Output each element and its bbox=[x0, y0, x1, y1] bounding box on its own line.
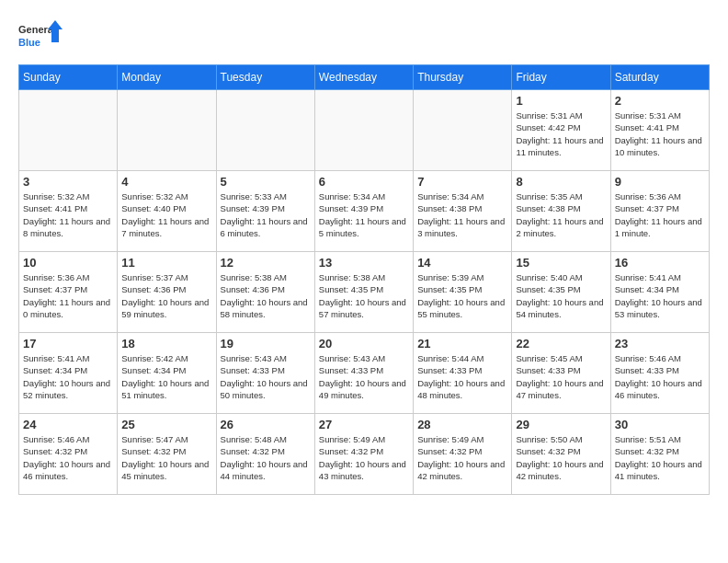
day-number: 28 bbox=[417, 418, 507, 431]
header: General Blue bbox=[18, 18, 710, 55]
weekday-header-tuesday: Tuesday bbox=[216, 65, 314, 90]
logo: General Blue bbox=[18, 18, 64, 55]
week-row-5: 24Sunrise: 5:46 AMSunset: 4:32 PMDayligh… bbox=[19, 414, 710, 495]
day-number: 16 bbox=[615, 256, 705, 270]
week-row-2: 3Sunrise: 5:32 AMSunset: 4:41 PMDaylight… bbox=[19, 171, 710, 252]
calendar-day: 6Sunrise: 5:34 AMSunset: 4:39 PMDaylight… bbox=[314, 171, 413, 252]
day-number: 3 bbox=[23, 175, 113, 189]
calendar-day: 22Sunrise: 5:45 AMSunset: 4:33 PMDayligh… bbox=[512, 333, 610, 414]
day-info: Sunrise: 5:34 AMSunset: 4:39 PMDaylight:… bbox=[319, 190, 409, 239]
calendar-day bbox=[118, 90, 216, 171]
day-info: Sunrise: 5:37 AMSunset: 4:36 PMDaylight:… bbox=[121, 271, 211, 320]
day-info: Sunrise: 5:44 AMSunset: 4:33 PMDaylight:… bbox=[417, 352, 507, 401]
day-info: Sunrise: 5:32 AMSunset: 4:41 PMDaylight:… bbox=[23, 190, 113, 239]
weekday-header-thursday: Thursday bbox=[414, 65, 512, 90]
day-info: Sunrise: 5:33 AMSunset: 4:39 PMDaylight:… bbox=[221, 190, 311, 239]
day-number: 27 bbox=[319, 418, 409, 431]
day-info: Sunrise: 5:35 AMSunset: 4:38 PMDaylight:… bbox=[516, 190, 606, 239]
day-number: 2 bbox=[615, 94, 705, 108]
calendar-day: 26Sunrise: 5:48 AMSunset: 4:32 PMDayligh… bbox=[216, 414, 314, 495]
calendar-day: 15Sunrise: 5:40 AMSunset: 4:35 PMDayligh… bbox=[512, 252, 610, 333]
calendar-day: 19Sunrise: 5:43 AMSunset: 4:33 PMDayligh… bbox=[216, 333, 314, 414]
week-row-4: 17Sunrise: 5:41 AMSunset: 4:34 PMDayligh… bbox=[19, 333, 710, 414]
day-info: Sunrise: 5:46 AMSunset: 4:33 PMDaylight:… bbox=[615, 352, 705, 401]
day-info: Sunrise: 5:41 AMSunset: 4:34 PMDaylight:… bbox=[615, 271, 705, 320]
day-info: Sunrise: 5:38 AMSunset: 4:36 PMDaylight:… bbox=[221, 271, 311, 320]
calendar-day: 5Sunrise: 5:33 AMSunset: 4:39 PMDaylight… bbox=[216, 171, 314, 252]
calendar-day: 2Sunrise: 5:31 AMSunset: 4:41 PMDaylight… bbox=[610, 90, 709, 171]
day-number: 9 bbox=[615, 175, 705, 189]
day-number: 18 bbox=[121, 337, 211, 350]
calendar-day bbox=[19, 90, 118, 171]
day-info: Sunrise: 5:32 AMSunset: 4:40 PMDaylight:… bbox=[121, 190, 211, 239]
day-info: Sunrise: 5:48 AMSunset: 4:32 PMDaylight:… bbox=[221, 433, 311, 482]
day-number: 23 bbox=[615, 337, 705, 350]
calendar-day: 8Sunrise: 5:35 AMSunset: 4:38 PMDaylight… bbox=[512, 171, 610, 252]
day-info: Sunrise: 5:42 AMSunset: 4:34 PMDaylight:… bbox=[121, 352, 211, 401]
week-row-3: 10Sunrise: 5:36 AMSunset: 4:37 PMDayligh… bbox=[19, 252, 710, 333]
day-number: 26 bbox=[221, 418, 311, 431]
day-info: Sunrise: 5:46 AMSunset: 4:32 PMDaylight:… bbox=[23, 433, 113, 482]
calendar-day: 27Sunrise: 5:49 AMSunset: 4:32 PMDayligh… bbox=[314, 414, 413, 495]
day-number: 7 bbox=[417, 175, 507, 189]
calendar-day: 20Sunrise: 5:43 AMSunset: 4:33 PMDayligh… bbox=[314, 333, 413, 414]
day-number: 5 bbox=[221, 175, 311, 189]
weekday-header-saturday: Saturday bbox=[610, 65, 709, 90]
day-info: Sunrise: 5:49 AMSunset: 4:32 PMDaylight:… bbox=[319, 433, 409, 482]
weekday-header-sunday: Sunday bbox=[19, 65, 118, 90]
day-info: Sunrise: 5:41 AMSunset: 4:34 PMDaylight:… bbox=[23, 352, 113, 401]
day-number: 1 bbox=[516, 94, 606, 108]
day-info: Sunrise: 5:31 AMSunset: 4:42 PMDaylight:… bbox=[516, 109, 606, 158]
day-info: Sunrise: 5:47 AMSunset: 4:32 PMDaylight:… bbox=[121, 433, 211, 482]
day-number: 29 bbox=[516, 418, 606, 431]
day-info: Sunrise: 5:49 AMSunset: 4:32 PMDaylight:… bbox=[417, 433, 507, 482]
day-info: Sunrise: 5:34 AMSunset: 4:38 PMDaylight:… bbox=[417, 190, 507, 239]
day-number: 6 bbox=[319, 175, 409, 189]
day-info: Sunrise: 5:43 AMSunset: 4:33 PMDaylight:… bbox=[221, 352, 311, 401]
calendar-table: SundayMondayTuesdayWednesdayThursdayFrid… bbox=[18, 64, 710, 495]
weekday-header-row: SundayMondayTuesdayWednesdayThursdayFrid… bbox=[19, 65, 710, 90]
calendar-day: 25Sunrise: 5:47 AMSunset: 4:32 PMDayligh… bbox=[118, 414, 216, 495]
day-info: Sunrise: 5:51 AMSunset: 4:32 PMDaylight:… bbox=[615, 433, 705, 482]
calendar-day: 23Sunrise: 5:46 AMSunset: 4:33 PMDayligh… bbox=[610, 333, 709, 414]
calendar-day bbox=[414, 90, 512, 171]
calendar-day: 14Sunrise: 5:39 AMSunset: 4:35 PMDayligh… bbox=[414, 252, 512, 333]
day-number: 10 bbox=[23, 256, 113, 270]
calendar-day: 17Sunrise: 5:41 AMSunset: 4:34 PMDayligh… bbox=[19, 333, 118, 414]
weekday-header-wednesday: Wednesday bbox=[314, 65, 413, 90]
day-number: 4 bbox=[121, 175, 211, 189]
calendar-day: 30Sunrise: 5:51 AMSunset: 4:32 PMDayligh… bbox=[610, 414, 709, 495]
calendar-day: 16Sunrise: 5:41 AMSunset: 4:34 PMDayligh… bbox=[610, 252, 709, 333]
day-number: 12 bbox=[221, 256, 311, 270]
calendar-day bbox=[314, 90, 413, 171]
calendar-day bbox=[216, 90, 314, 171]
calendar-day: 12Sunrise: 5:38 AMSunset: 4:36 PMDayligh… bbox=[216, 252, 314, 333]
day-info: Sunrise: 5:31 AMSunset: 4:41 PMDaylight:… bbox=[615, 109, 705, 158]
calendar-day: 10Sunrise: 5:36 AMSunset: 4:37 PMDayligh… bbox=[19, 252, 118, 333]
day-info: Sunrise: 5:36 AMSunset: 4:37 PMDaylight:… bbox=[615, 190, 705, 239]
day-info: Sunrise: 5:39 AMSunset: 4:35 PMDaylight:… bbox=[417, 271, 507, 320]
day-number: 19 bbox=[221, 337, 311, 350]
calendar-day: 3Sunrise: 5:32 AMSunset: 4:41 PMDaylight… bbox=[19, 171, 118, 252]
day-number: 22 bbox=[516, 337, 606, 350]
day-number: 20 bbox=[319, 337, 409, 350]
calendar-day: 11Sunrise: 5:37 AMSunset: 4:36 PMDayligh… bbox=[118, 252, 216, 333]
day-number: 17 bbox=[23, 337, 113, 350]
day-number: 11 bbox=[121, 256, 211, 270]
day-info: Sunrise: 5:36 AMSunset: 4:37 PMDaylight:… bbox=[23, 271, 113, 320]
day-info: Sunrise: 5:40 AMSunset: 4:35 PMDaylight:… bbox=[516, 271, 606, 320]
calendar-day: 4Sunrise: 5:32 AMSunset: 4:40 PMDaylight… bbox=[118, 171, 216, 252]
calendar-day: 1Sunrise: 5:31 AMSunset: 4:42 PMDaylight… bbox=[512, 90, 610, 171]
day-info: Sunrise: 5:43 AMSunset: 4:33 PMDaylight:… bbox=[319, 352, 409, 401]
calendar-day: 9Sunrise: 5:36 AMSunset: 4:37 PMDaylight… bbox=[610, 171, 709, 252]
svg-text:Blue: Blue bbox=[18, 37, 40, 48]
day-number: 14 bbox=[417, 256, 507, 270]
day-number: 24 bbox=[23, 418, 113, 431]
day-number: 21 bbox=[417, 337, 507, 350]
day-number: 25 bbox=[121, 418, 211, 431]
day-info: Sunrise: 5:45 AMSunset: 4:33 PMDaylight:… bbox=[516, 352, 606, 401]
logo-svg: General Blue bbox=[18, 18, 64, 55]
day-info: Sunrise: 5:50 AMSunset: 4:32 PMDaylight:… bbox=[516, 433, 606, 482]
calendar-day: 29Sunrise: 5:50 AMSunset: 4:32 PMDayligh… bbox=[512, 414, 610, 495]
calendar-day: 7Sunrise: 5:34 AMSunset: 4:38 PMDaylight… bbox=[414, 171, 512, 252]
